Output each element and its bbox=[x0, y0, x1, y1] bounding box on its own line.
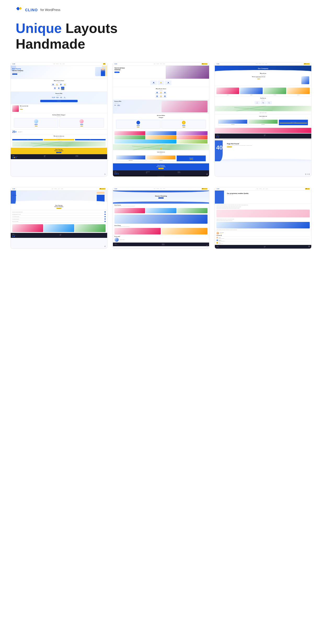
mockup-home1: CLINO Home Services About Contact ☎ Best… bbox=[11, 62, 107, 160]
mock-404-section: 404 Page Not Found The page you are look… bbox=[215, 140, 311, 161]
mock-love-section: We Love the Job You Hate Learn More bbox=[11, 104, 107, 113]
preview-quality[interactable]: CLINO Home Services About Contact ☎ +1 8… bbox=[215, 187, 312, 249]
logo-icon bbox=[16, 6, 23, 14]
mock-map-2 bbox=[113, 144, 209, 150]
mock-logo-1: CLINO bbox=[12, 64, 15, 65]
logo-brand: CLINO bbox=[25, 8, 38, 12]
mock-news-2: Learn about our latest news Blog Post Ti… bbox=[113, 150, 209, 163]
mock-service-images bbox=[113, 207, 209, 214]
mock-hero-img-1 bbox=[95, 67, 106, 76]
mock-footer-faqs: CLINO Best cleaning services Menu Home S… bbox=[11, 233, 107, 238]
mock-section-why-1: Why will you choose our services? Office… bbox=[11, 79, 107, 91]
mock-hero-img-2 bbox=[166, 66, 209, 79]
page-header: CLINO for WordPress bbox=[0, 0, 322, 18]
preview-home2[interactable]: CLINO Home Services About Contact ☎ +1 2… bbox=[113, 62, 210, 177]
mock-quality-img bbox=[216, 210, 310, 217]
mock-pricing-2: No Extra Hidden Charges! ✓ $205 Standard… bbox=[113, 113, 209, 130]
mock-hero-2: Tired of all these Cleaning? Professiona… bbox=[113, 66, 209, 79]
hero-title-rest: Layouts bbox=[62, 21, 118, 36]
svg-rect-1 bbox=[19, 7, 22, 10]
mock-hero-1: Best Cleaning Service Company Profession… bbox=[11, 66, 107, 79]
mock-nav-1: CLINO Home Services About Contact ☎ bbox=[11, 62, 107, 66]
hero-section: Unique Layouts Handmade bbox=[0, 18, 322, 60]
hero-title-line2: Handmade bbox=[16, 36, 306, 52]
mock-gallery-img-3 bbox=[215, 128, 311, 133]
mock-nav-6: CLINO Home Services About Contact ☎ +1 8… bbox=[215, 187, 311, 191]
review-stars: ★★★ bbox=[220, 233, 224, 234]
preview-number-2: 2 bbox=[206, 173, 208, 175]
mock-cta-2: Best Cleaning Service Company Learn More bbox=[113, 163, 209, 170]
preview-number-3: 3 + 8 bbox=[305, 173, 310, 175]
mock-nav-4: CLINO Home Services About Contact ☎ +1 2… bbox=[11, 187, 107, 191]
preview-number-1: 1 bbox=[104, 173, 105, 175]
house-cleaning-title: House Cleaning bbox=[114, 195, 208, 197]
mock-404-title: Page Not Found bbox=[227, 143, 310, 145]
mock-about-hero: Our Company bbox=[215, 66, 311, 71]
preview-house-cleaning[interactable]: CLINO Home Services About Contact ☎ +1 2… bbox=[113, 187, 210, 249]
mock-footer-2: CLINO Best cleaning services Quick Links… bbox=[113, 170, 209, 175]
mock-footer-6: CLINO Quality cleaning Links Blog Review… bbox=[215, 245, 311, 249]
mock-reviews: Mrs. Browne ★★★ Comments (3) User Name G… bbox=[215, 231, 311, 245]
mock-team-section: Mary Rosie Olivia Robin Cristine Walker … bbox=[215, 86, 311, 96]
mockup-quality: CLINO Home Services About Contact ☎ +1 8… bbox=[215, 187, 311, 249]
mock-news-3: Learn about our latest news Cleaning Tip… bbox=[215, 114, 311, 127]
mock-footer-1: CLINO Professional cleaning services Men… bbox=[11, 154, 107, 159]
quality-hero-title: Our proprietary enables Quality bbox=[227, 193, 310, 194]
mock-hero-subtitle-1: Service Company bbox=[12, 70, 94, 72]
mock-service-header: House Cleaning Get a Quote bbox=[113, 191, 209, 204]
preview-number-5: 5 bbox=[206, 245, 208, 248]
mock-about-why: Why will you choose our services? We hav… bbox=[215, 71, 311, 86]
mock-pricing-section-1: No Extra Hidden Charges! Choose Your Pla… bbox=[11, 113, 107, 129]
mockup-house-cleaning: CLINO Home Services About Contact ☎ +1 2… bbox=[113, 187, 209, 246]
mock-why-2: Why will you choose our services? Expert… bbox=[113, 87, 209, 100]
mock-footer-3: CLINO Professional cleaning Menu Home Ab… bbox=[215, 134, 311, 139]
preview-number-4: 4 bbox=[104, 245, 105, 248]
mock-map-3 bbox=[215, 106, 311, 111]
mock-faqs-hero: FAQs bbox=[11, 191, 107, 204]
mock-stats-section-1: Reasons Why People Choose Us 25 000Proje… bbox=[11, 91, 107, 104]
mock-services-2: Office Cleaning Sofa Cleaning Planting S… bbox=[113, 79, 209, 87]
preview-home1[interactable]: CLINO Home Services About Contact ☎ Best… bbox=[10, 62, 107, 177]
mock-gallery-2 bbox=[113, 130, 209, 144]
mock-faq-list: What should I do before the cleaner arri… bbox=[11, 210, 107, 223]
mock-nav-3: CLINO Home Services About Contact ☎ +1 8… bbox=[215, 62, 311, 66]
mock-map-1 bbox=[12, 141, 106, 147]
mock-large-img bbox=[114, 215, 208, 224]
mockup-home2: CLINO Home Services About Contact ☎ +1 2… bbox=[113, 62, 209, 176]
mockup-home3: CLINO Home Services About Contact ☎ +1 8… bbox=[215, 62, 311, 161]
mock-nav-2: CLINO Home Services About Contact ☎ +1 2… bbox=[113, 62, 209, 66]
preview-home3[interactable]: CLINO Home Services About Contact ☎ +1 8… bbox=[215, 62, 312, 177]
comments-label: Comments (3) bbox=[216, 235, 310, 236]
mock-nav-5: CLINO Home Services About Contact ☎ +1 2… bbox=[113, 187, 209, 191]
mock-footer-5: CLINO House cleaning services Services H… bbox=[113, 243, 209, 246]
mock-map-section-1: We want to share our location to find us… bbox=[11, 134, 107, 148]
logo-suffix: for WordPress bbox=[41, 8, 60, 12]
mock-404-desc: The page you are looking for might have … bbox=[227, 145, 310, 146]
mockup-faqs: CLINO Home Services About Contact ☎ +1 2… bbox=[11, 187, 107, 238]
mock-quality-img2 bbox=[216, 222, 310, 228]
section-divider bbox=[215, 139, 311, 140]
mock-links-1: Home Services About Contact bbox=[53, 64, 65, 64]
hero-title-highlight: Unique bbox=[16, 21, 62, 36]
mock-cta-1: Best Cleaning Service Company Contact Us bbox=[11, 148, 107, 154]
preview-faqs[interactable]: CLINO Home Services About Contact ☎ +1 2… bbox=[10, 187, 107, 249]
mock-quality-hero: Our proprietary enables Quality We use t… bbox=[215, 191, 311, 204]
preview-number-6: 6 bbox=[309, 245, 310, 248]
mock-404-number: 404 bbox=[216, 144, 226, 151]
mock-contact-section: Feel free to contact with us 📍 Address 📞… bbox=[215, 96, 311, 106]
mock-stats-2: Reasons Why People Choose Us 25+ 1450+Ha… bbox=[113, 100, 209, 113]
mock-years-section: 25+ Years of Experience Professional tea… bbox=[11, 129, 107, 134]
previews-row2: CLINO Home Services About Contact ☎ +1 2… bbox=[0, 187, 322, 259]
previews-row1: CLINO Home Services About Contact ☎ Best… bbox=[0, 60, 322, 187]
